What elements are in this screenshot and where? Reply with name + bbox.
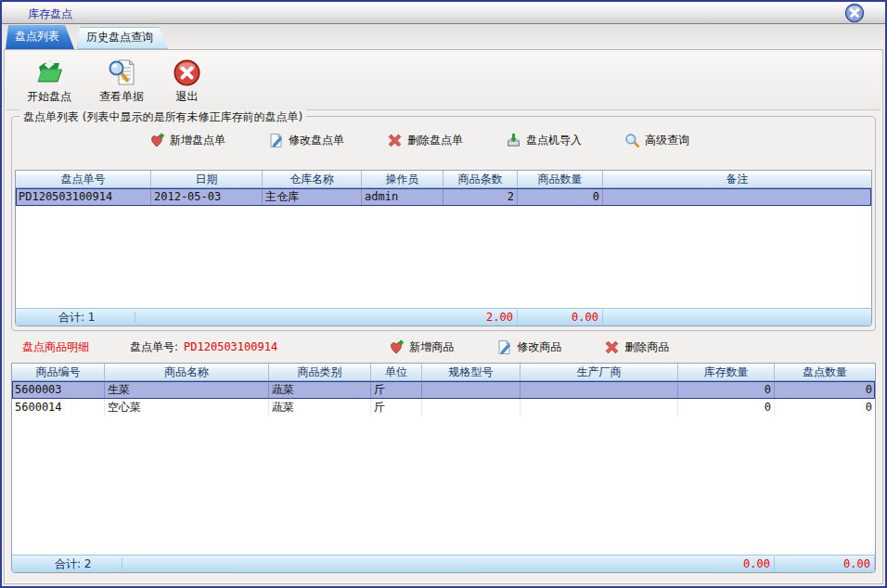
add-product-button[interactable]: 新增商品 xyxy=(389,339,454,355)
table-cell xyxy=(422,381,521,399)
column-header[interactable]: 盘点数量 xyxy=(775,364,875,380)
view-document-button[interactable]: 查看单据 xyxy=(94,56,149,107)
table-cell: 生菜 xyxy=(105,381,269,399)
table-cell: 斤 xyxy=(371,399,422,416)
summary-value: 0.00 xyxy=(678,556,775,572)
summary-divider xyxy=(122,558,122,569)
table-cell: 斤 xyxy=(371,381,422,399)
view-document-icon xyxy=(107,58,137,88)
summary-value: 0.00 xyxy=(775,556,875,572)
toolbar-button-label: 退出 xyxy=(176,89,199,105)
table-cell xyxy=(521,399,678,416)
close-button[interactable] xyxy=(844,3,865,23)
groupbox-title: 盘点单列表 (列表中显示的是所有未修正库存前的盘点单) xyxy=(19,109,306,125)
inventory-stocktake-window: 库存盘点 盘点列表历史盘点查询 开始盘点查看单据退出 盘点单列表 (列表中显示的… xyxy=(0,0,887,588)
edit-stocktake-button[interactable]: 修改盘点单 xyxy=(268,133,344,148)
column-header[interactable]: 日期 xyxy=(151,171,263,187)
column-header[interactable]: 生产厂商 xyxy=(521,364,678,380)
order-number-label: 盘点单号: xyxy=(130,339,178,355)
table-row[interactable]: PD1205031009142012-05-03主仓库admin20 xyxy=(16,188,871,206)
summary-total-label: 合计: 2 xyxy=(55,556,92,572)
delete-icon xyxy=(387,133,403,148)
add-icon xyxy=(149,133,165,148)
import-icon xyxy=(506,133,521,148)
delete-stocktake-button[interactable]: 删除盘点单 xyxy=(387,133,463,148)
table-cell: 蔬菜 xyxy=(269,399,371,416)
table-cell: 主仓库 xyxy=(263,188,362,206)
add-icon xyxy=(389,339,405,355)
column-header[interactable]: 备注 xyxy=(603,171,871,187)
table-row[interactable]: 5600014空心菜蔬菜斤00 xyxy=(12,399,875,416)
edit-product-button[interactable]: 修改商品 xyxy=(496,339,561,355)
toolbar-button-label: 开始盘点 xyxy=(27,89,71,105)
table-empty-area xyxy=(12,416,875,555)
edit-icon xyxy=(496,339,512,355)
column-header[interactable]: 商品数量 xyxy=(518,171,603,187)
exit-button[interactable]: 退出 xyxy=(166,56,208,107)
advanced-search-button[interactable]: 高级查询 xyxy=(624,133,689,148)
add-stocktake-button[interactable]: 新增盘点单 xyxy=(149,133,225,148)
summary-value: 0.00 xyxy=(518,310,603,326)
detail-actions: 新增商品修改商品删除商品 xyxy=(389,339,669,355)
tab-stocktake-list[interactable]: 盘点列表 xyxy=(6,25,74,49)
table-cell: 5600014 xyxy=(12,399,105,416)
delete-icon xyxy=(604,339,620,355)
column-header[interactable]: 商品类别 xyxy=(269,364,371,380)
action-label: 新增商品 xyxy=(409,339,454,355)
detail-section-header: 盘点商品明细 盘点单号: PD120503100914 新增商品修改商品删除商品 xyxy=(11,334,876,360)
summary-bar: 合计: 20.000.00 xyxy=(12,555,875,572)
table-cell xyxy=(422,399,521,416)
summary-total-label: 合计: 1 xyxy=(58,310,96,326)
column-header[interactable]: 商品编号 xyxy=(12,364,105,380)
toolbar: 开始盘点查看单据退出 xyxy=(6,52,881,110)
delete-product-button[interactable]: 删除商品 xyxy=(604,339,669,355)
table-cell: 蔬菜 xyxy=(269,381,371,399)
action-label: 高级查询 xyxy=(645,133,689,148)
start-stocktake-icon xyxy=(34,58,65,88)
import-device-button[interactable]: 盘点机导入 xyxy=(506,133,582,148)
exit-icon xyxy=(172,58,202,88)
search-icon xyxy=(624,133,640,148)
column-header[interactable]: 商品名称 xyxy=(105,364,269,380)
table-empty-area xyxy=(16,206,871,308)
column-header[interactable]: 仓库名称 xyxy=(263,171,362,187)
stocktake-list-groupbox: 盘点单列表 (列表中显示的是所有未修正库存前的盘点单) 新增盘点单修改盘点单删除… xyxy=(11,116,876,331)
stocktake-list-actions: 新增盘点单修改盘点单删除盘点单盘点机导入高级查询 xyxy=(149,133,689,148)
tab-history-query[interactable]: 历史盘点查询 xyxy=(77,27,168,49)
column-header[interactable]: 盘点单号 xyxy=(16,171,151,187)
table-cell: admin xyxy=(362,188,444,206)
action-label: 删除盘点单 xyxy=(407,133,463,148)
title-bar: 库存盘点 xyxy=(2,2,885,24)
action-label: 新增盘点单 xyxy=(170,133,225,148)
column-header[interactable]: 规格型号 xyxy=(422,364,521,380)
window-title: 库存盘点 xyxy=(28,6,72,22)
column-header[interactable]: 库存数量 xyxy=(678,364,775,380)
action-label: 删除商品 xyxy=(624,339,669,355)
table-cell: 0 xyxy=(518,188,603,206)
table-row[interactable]: 5600003生菜蔬菜斤00 xyxy=(12,381,875,399)
summary-divider xyxy=(135,312,135,323)
table-cell: 0 xyxy=(775,381,875,399)
table-cell xyxy=(603,188,871,206)
column-header[interactable]: 操作员 xyxy=(362,171,444,187)
tab-strip: 盘点列表历史盘点查询 xyxy=(2,24,885,49)
action-label: 修改商品 xyxy=(517,339,561,355)
action-label: 修改盘点单 xyxy=(289,133,344,148)
column-header[interactable]: 商品条数 xyxy=(444,171,518,187)
table-cell: PD120503100914 xyxy=(16,188,151,206)
start-stocktake-button[interactable]: 开始盘点 xyxy=(21,56,77,107)
table-cell xyxy=(521,381,678,399)
product-detail-table: 商品编号商品名称商品类别单位规格型号生产厂商库存数量盘点数量5600003生菜蔬… xyxy=(11,363,876,573)
stocktake-list-table: 盘点单号日期仓库名称操作员商品条数商品数量备注PD120503100914201… xyxy=(15,170,872,326)
summary-value: 2.00 xyxy=(444,310,518,326)
table-cell: 0 xyxy=(678,381,775,399)
table-cell: 0 xyxy=(775,399,875,416)
action-label: 盘点机导入 xyxy=(526,133,582,148)
table-cell: 2 xyxy=(444,188,518,206)
table-cell: 空心菜 xyxy=(105,399,269,416)
column-header[interactable]: 单位 xyxy=(371,364,422,380)
table-cell: 5600003 xyxy=(12,381,105,399)
summary-bar: 合计: 12.000.00 xyxy=(16,308,871,326)
content-panel: 开始盘点查看单据退出 盘点单列表 (列表中显示的是所有未修正库存前的盘点单) 新… xyxy=(5,50,882,583)
table-header-row: 盘点单号日期仓库名称操作员商品条数商品数量备注 xyxy=(16,171,871,188)
